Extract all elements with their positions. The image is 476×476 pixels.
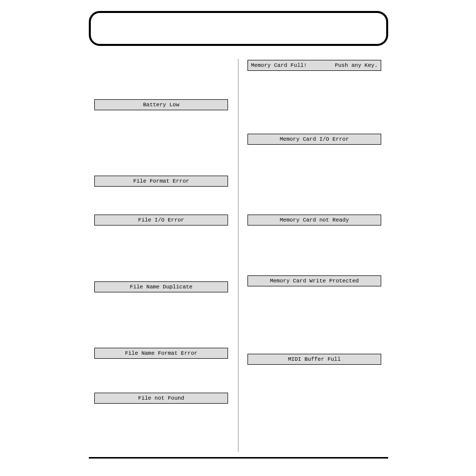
left-message: Battery Low xyxy=(94,99,228,110)
left-message: File Name Duplicate xyxy=(94,281,228,292)
message-text-left: Memory Card Full! xyxy=(251,60,307,70)
header-frame xyxy=(89,11,388,46)
left-message: File not Found xyxy=(94,393,228,404)
right-message: Memory Card Full!Push any Key. xyxy=(247,60,381,71)
right-message: Memory Card Write Protected xyxy=(247,275,381,286)
left-message: File I/O Error xyxy=(94,215,228,226)
column-divider xyxy=(238,59,238,452)
right-message: Memory Card I/O Error xyxy=(247,134,381,145)
left-message: File Format Error xyxy=(94,176,228,187)
right-message: MIDI Buffer Full xyxy=(247,354,381,365)
message-text-right: Push any Key. xyxy=(335,60,378,70)
left-message: File Name Format Error xyxy=(94,348,228,359)
right-message: Memory Card not Ready xyxy=(247,215,381,226)
bottom-rule xyxy=(89,457,388,459)
